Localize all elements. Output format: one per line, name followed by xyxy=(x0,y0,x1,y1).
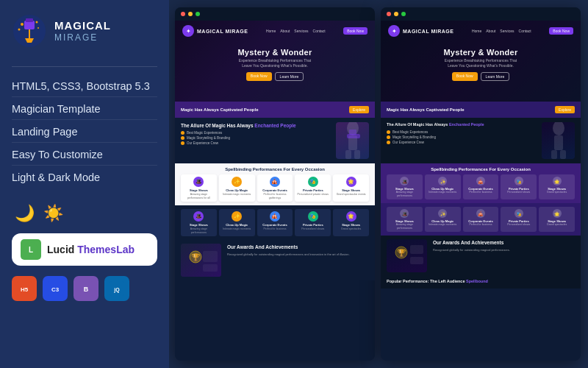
svg-rect-31 xyxy=(554,135,563,150)
card-desc-1: Amazing stage performances for all xyxy=(183,193,215,199)
nav-services-2[interactable]: Services xyxy=(500,29,514,33)
card-title-1: Stage Shows xyxy=(183,188,215,192)
card-icon-1: 🎩 xyxy=(193,177,204,187)
mode-icons: 🌙 ☀️ xyxy=(15,204,157,223)
list-item: Best Magic Experiences xyxy=(181,131,331,135)
dark-card-1: 🎩 Stage Shows Amazing stage performances xyxy=(181,209,217,236)
bullet-2 xyxy=(387,130,390,134)
list-item: Our Experience Crew xyxy=(181,141,331,145)
hero-logo-text: MAGICAL MIRAGE xyxy=(197,29,248,34)
svg-rect-36 xyxy=(410,245,423,254)
awards-text-2: Our Awards And Achievements Recognized g… xyxy=(433,239,575,252)
card-5: 🌟 Stage Shows Grand spectacular events xyxy=(333,174,369,202)
allure-image xyxy=(336,122,369,159)
hero-cta-row-2: Book Now Learn More xyxy=(443,72,517,81)
left-panel: MAGICAL MIRAGE HTML5, CSS3, Bootstrap 5.… xyxy=(0,0,169,368)
logo-title: MAGICAL xyxy=(54,19,111,32)
purple-section-2: Magic Has Always Captivated People Explo… xyxy=(381,102,581,118)
nav-services[interactable]: Services xyxy=(294,29,308,33)
spell-section-2: 🎩 Stage Shows Amazing stage performances… xyxy=(381,203,581,236)
spell-icon-2-2: ✨ xyxy=(438,209,447,218)
purple-title: Magic Has Always Captivated People xyxy=(181,107,258,113)
svg-rect-37 xyxy=(410,257,423,264)
svg-rect-28 xyxy=(203,251,218,262)
nav-book-btn[interactable]: Book Now xyxy=(343,27,368,35)
hero-cta-btn-2[interactable]: Book Now xyxy=(452,72,478,81)
spell-title: Spellbinding Performances For Every Occa… xyxy=(387,167,575,171)
bullet xyxy=(181,141,184,145)
spell-card-desc-3: Perfect for business xyxy=(465,191,497,194)
dot-red-2 xyxy=(387,12,391,16)
light-mode-icon[interactable]: ☀️ xyxy=(43,204,63,223)
brand-badge[interactable]: L Lucid ThemesLab xyxy=(12,233,157,266)
hero-nav: ✦ MAGICAL MIRAGE Home About Services Con… xyxy=(175,25,375,37)
allure-item-2-3: Our Experience Crew xyxy=(392,141,424,144)
dot-yellow xyxy=(188,12,193,16)
card-title-2: Close-Up Magic xyxy=(221,188,253,192)
svg-point-5 xyxy=(21,23,24,26)
feature-customize: Easy To Customize xyxy=(12,144,157,166)
hero-title-2: Mystery & Wonder xyxy=(443,48,517,57)
list-item-2c: Our Experience Crew xyxy=(387,141,537,144)
hero-nav-links: Home About Services Contact xyxy=(266,29,326,33)
card-desc-5: Grand spectacular events xyxy=(335,193,367,197)
dark-card-desc-3: Perfect for business xyxy=(259,227,291,231)
spell-icon-2-3: 🎪 xyxy=(476,209,485,218)
dark-card-title-4: Private Parties xyxy=(297,223,329,227)
svg-rect-29 xyxy=(203,264,218,272)
dark-card-desc-2: Intimate magic moments xyxy=(221,227,253,231)
dark-card-3: 🎪 Corporate Events Perfect for business xyxy=(257,209,293,236)
purple-btn-2[interactable]: Explore xyxy=(555,106,575,113)
hero-cta-btn[interactable]: Book Now xyxy=(246,72,272,81)
svg-text:L: L xyxy=(29,246,33,254)
bootstrap-badge: B xyxy=(74,276,98,301)
svg-rect-22 xyxy=(354,150,360,159)
dark-card-icon-1: 🎩 xyxy=(193,211,204,222)
dark-mode-icon[interactable]: 🌙 xyxy=(15,204,35,223)
purple-title-2: Magic Has Always Captivated People xyxy=(387,107,464,113)
awards-image: 🏆 xyxy=(181,244,221,277)
spell-card-2-1: 🎩 Stage Shows Amazing stage performances xyxy=(387,207,423,232)
feature-html5: HTML5, CSS3, Bootstrap 5.3 xyxy=(12,76,157,97)
purple-btn[interactable]: Explore xyxy=(349,106,369,113)
svg-point-6 xyxy=(36,21,38,24)
hero-section: ✦ MAGICAL MIRAGE Home About Services Con… xyxy=(175,21,375,102)
nav-home-2[interactable]: Home xyxy=(472,29,481,33)
svg-rect-21 xyxy=(345,150,351,159)
dark-card-desc-4: Personalized shows xyxy=(297,227,329,231)
allure-text-2: The Allure Of Magic Has Always Enchanted… xyxy=(387,122,537,144)
nav-home[interactable]: Home xyxy=(266,29,276,33)
cards-grid: 🎩 Stage Shows Amazing stage performances… xyxy=(181,174,369,202)
feature-landing: Landing Page xyxy=(12,121,157,143)
spell-card-5: 🌟 Stage Shows Grand spectacles xyxy=(539,174,575,199)
hero-cta-row: Book Now Learn More xyxy=(237,72,312,81)
hero-ghost-btn-2[interactable]: Learn More xyxy=(481,72,510,81)
svg-text:C3: C3 xyxy=(51,286,60,293)
nav-contact-2[interactable]: Contact xyxy=(519,29,531,33)
list-item-2b: Magic Storytelling & Branding xyxy=(387,135,537,139)
svg-rect-24 xyxy=(349,130,356,135)
allure-accent-2: Enchanted People xyxy=(449,122,484,127)
spell-card-4: 🎭 Private Parties Personalized shows xyxy=(501,174,537,199)
svg-rect-32 xyxy=(551,150,557,159)
card-icon-3: 🎪 xyxy=(270,177,280,187)
nav-about-2[interactable]: About xyxy=(486,29,495,33)
nav-about[interactable]: About xyxy=(280,29,290,33)
card-4: 🎭 Private Parties Personalized private s… xyxy=(295,174,331,202)
spell-card-desc-2: Intimate magic moments xyxy=(427,191,459,194)
card-desc-4: Personalized private shows xyxy=(297,193,329,197)
nav-contact[interactable]: Contact xyxy=(313,29,326,33)
allure-item-2-1: Best Magic Experiences xyxy=(392,130,428,134)
list-item-2: Best Magic Experiences xyxy=(387,130,537,134)
spell-card-2-2: ✨ Close-Up Magic Intimate magic moments xyxy=(425,207,461,232)
nav-book-btn-2[interactable]: Book Now xyxy=(549,27,573,35)
preview-content-2: ✦ MAGICAL MIRAGE Home About Services Con… xyxy=(381,21,581,361)
svg-text:🏆: 🏆 xyxy=(191,252,201,262)
spellbound-text: Spellbound xyxy=(466,279,488,283)
card-title-5: Stage Shows xyxy=(335,188,367,192)
hero-ghost-btn[interactable]: Learn More xyxy=(275,72,304,81)
allure-item-2-2: Magic Storytelling & Branding xyxy=(392,135,436,139)
dark-card-title-1: Stage Shows xyxy=(183,223,215,227)
spell-card-desc-2-2: Intimate magic moments xyxy=(427,223,459,227)
logo-subtitle: MIRAGE xyxy=(54,32,111,43)
